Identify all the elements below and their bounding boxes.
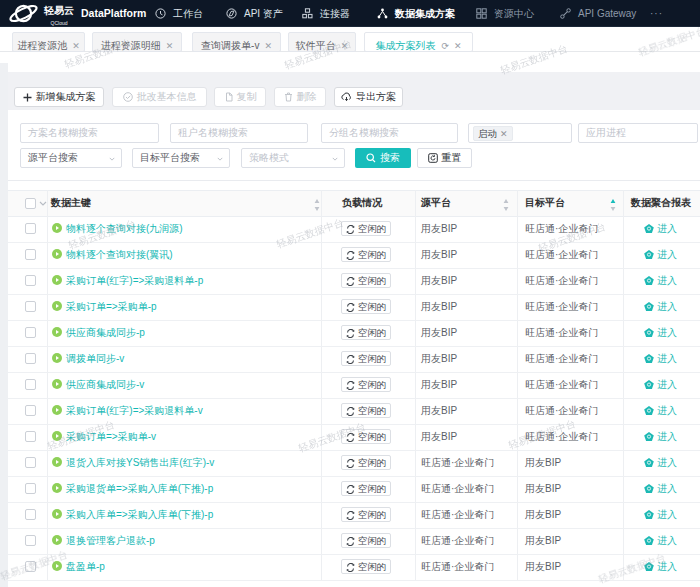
svg-text:轻易云数据中台: 轻易云数据中台 bbox=[275, 217, 345, 250]
